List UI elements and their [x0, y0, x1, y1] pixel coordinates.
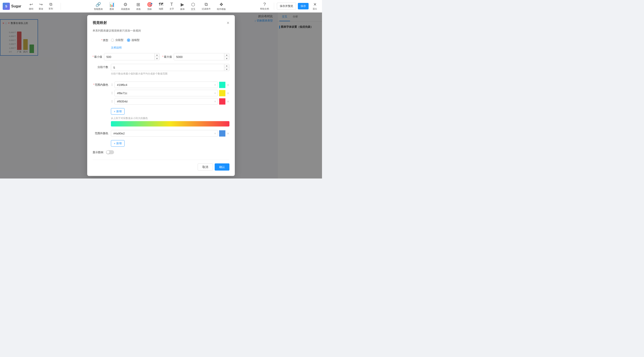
undo-label: 撤销 — [29, 8, 33, 10]
add-outside-icon: + — [114, 142, 116, 145]
add-range-color-button[interactable]: + 新增 — [111, 108, 124, 115]
interact-label: 交互 — [191, 8, 196, 11]
redo-button[interactable]: ↪ 重做 — [36, 1, 46, 12]
radio-segment[interactable]: 分段型 — [111, 38, 124, 42]
color-swatch-2[interactable] — [219, 90, 226, 96]
color-swatch-3[interactable] — [219, 98, 226, 104]
drag-handle-3[interactable]: ⠿ — [111, 100, 113, 103]
table-button[interactable]: ⊞ 表格 — [134, 1, 143, 12]
chart-button[interactable]: 📊 图表 — [107, 1, 117, 12]
visual-mapping-modal: 视觉映射 ✕ 单系列图表建议视觉映射只添加一条规则 类型 分段型 连续型 — [87, 15, 235, 176]
save-preview-button[interactable]: 保存并预览 — [277, 3, 296, 10]
chart-icon: 📊 — [109, 2, 115, 7]
app-name: Sugar — [11, 4, 21, 8]
modal-hint: 单系列图表建议视觉映射只添加一条规则 — [92, 29, 230, 33]
doc-link[interactable]: 文档说明 — [111, 46, 230, 50]
copy-button[interactable]: ⧉ 复制 — [46, 1, 55, 11]
undo-icon: ↩ — [30, 2, 33, 7]
legend-toggle[interactable] — [106, 150, 114, 154]
filter-label: 过滤条件 — [202, 8, 211, 10]
media-label: 媒体 — [180, 8, 185, 11]
cancel-button[interactable]: 取消 — [198, 164, 213, 171]
exit-icon: ✕ — [313, 2, 317, 7]
interact-button[interactable]: ⬡ 交互 — [189, 1, 198, 12]
text-button[interactable]: T 文字 — [167, 1, 176, 12]
color-row-3: ⠿ ✕ ✕ — [111, 98, 230, 105]
table-label: 表格 — [136, 8, 141, 11]
advanced-chart-label: 高级图表 — [121, 8, 130, 11]
segments-decrement-btn[interactable]: ▼ — [224, 68, 229, 71]
add-outside-label: 新增 — [116, 142, 122, 146]
gradient-section: 从上到下对应数值从小到大的颜色 — [111, 116, 230, 126]
interact-icon: ⬡ — [191, 2, 195, 7]
color-clear-3[interactable]: ✕ — [213, 100, 218, 103]
modal-close-button[interactable]: ✕ — [226, 21, 230, 25]
color-swatch-1[interactable] — [219, 82, 226, 88]
outside-color-label: 范围外颜色 — [92, 130, 108, 135]
color-delete-2[interactable]: ✕ — [227, 91, 230, 95]
separator-1 — [60, 3, 61, 10]
text-icon: T — [170, 2, 173, 7]
content-area: ✕ □ ✕ 数量在省份上的 5,000个 4,000个 3,000个 2,000… — [0, 12, 322, 178]
max-label: 最大值 — [162, 55, 172, 58]
redo-label: 重做 — [39, 8, 43, 10]
copy-label: 复制 — [48, 7, 53, 10]
radio-segment-label: 分段型 — [116, 38, 124, 42]
media-button[interactable]: ▶ 媒体 — [178, 1, 187, 12]
max-decrement-btn[interactable]: ▼ — [224, 57, 229, 60]
smart-chart-icon: 🔗 — [96, 2, 101, 7]
color-row-2: ⠿ ✕ ✕ — [111, 90, 230, 96]
type-label: 类型 — [92, 37, 108, 42]
advanced-chart-button[interactable]: ⚙ 高级图表 — [119, 1, 132, 12]
outside-color-clear[interactable]: ✕ — [213, 132, 218, 135]
min-increment-btn[interactable]: ▲ — [154, 54, 160, 57]
text-label: 文字 — [170, 8, 174, 10]
outside-color-delete[interactable]: ✕ — [227, 132, 230, 135]
drag-handle-2[interactable]: ⠿ — [111, 91, 113, 95]
color-input-1[interactable] — [115, 82, 213, 88]
color-delete-3[interactable]: ✕ — [227, 100, 230, 103]
outside-color-container: ✕ ✕ — [111, 130, 230, 138]
help-button[interactable]: ? 帮助文档 — [258, 1, 271, 12]
gradient-bar — [111, 121, 230, 126]
color-clear-1[interactable]: ✕ — [213, 83, 218, 86]
kpi-button[interactable]: 🎯 指标 — [145, 1, 155, 12]
save-button[interactable]: 保存 — [298, 3, 308, 10]
radio-segment-circle — [111, 38, 114, 42]
min-input[interactable] — [104, 54, 154, 60]
add-outside-color-button[interactable]: + 新增 — [111, 140, 124, 147]
confirm-button[interactable]: 确认 — [215, 164, 230, 171]
drag-handle-1[interactable]: ⠿ — [111, 83, 113, 86]
max-group: 最大值 ▲ ▼ — [162, 53, 230, 60]
color-input-2[interactable] — [115, 90, 213, 96]
undo-button[interactable]: ↩ 撤销 — [26, 1, 36, 12]
outside-color-input-wrap: ✕ — [111, 130, 218, 137]
widget-button[interactable]: ❖ 组件模板 — [215, 1, 228, 12]
min-max-row: 最小值 ▲ ▼ 最大值 ▲ ▼ — [92, 53, 230, 60]
segments-input[interactable] — [111, 64, 224, 71]
type-row: 类型 分段型 连续型 — [92, 37, 230, 42]
exit-button[interactable]: ✕ 退出 — [310, 1, 319, 12]
map-icon: 🗺 — [159, 2, 163, 7]
color-clear-2[interactable]: ✕ — [213, 92, 218, 94]
kpi-label: 指标 — [147, 8, 152, 11]
color-delete-1[interactable]: ✕ — [227, 83, 230, 86]
outside-color-input[interactable] — [111, 130, 213, 136]
add-label: 新增 — [116, 110, 122, 114]
color-input-3[interactable] — [115, 98, 213, 104]
max-stepper-btns: ▲ ▼ — [224, 54, 229, 60]
min-group: 最小值 ▲ ▼ — [92, 53, 160, 60]
app-logo: S Sugar — [3, 3, 21, 10]
help-label: 帮助文档 — [260, 8, 269, 10]
radio-continuous[interactable]: 连续型 — [127, 38, 140, 42]
max-increment-btn[interactable]: ▲ — [224, 54, 229, 57]
max-input[interactable] — [174, 54, 224, 60]
color-input-wrap-3: ✕ — [114, 98, 218, 105]
smart-chart-button[interactable]: 🔗 智能图表 — [92, 1, 105, 12]
outside-color-swatch[interactable] — [219, 130, 226, 136]
min-decrement-btn[interactable]: ▼ — [154, 57, 160, 60]
filter-button[interactable]: ⧉ 过滤条件 — [200, 1, 213, 12]
map-button[interactable]: 🗺 地图 — [156, 1, 166, 12]
segments-increment-btn[interactable]: ▲ — [224, 64, 229, 68]
widget-label: 组件模板 — [217, 8, 226, 11]
